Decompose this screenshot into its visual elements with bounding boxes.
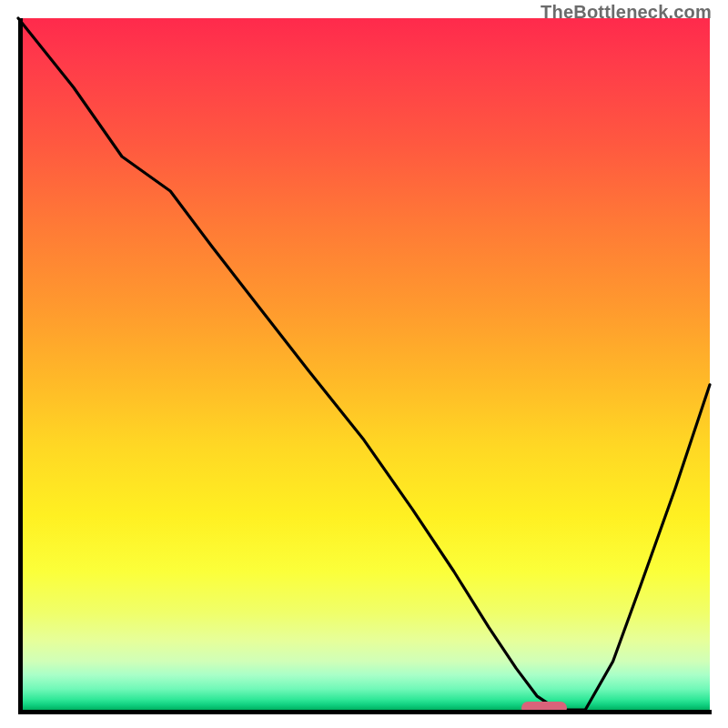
bottleneck-curve	[18, 18, 710, 710]
watermark-text: TheBottleneck.com	[541, 2, 712, 23]
chart-container: TheBottleneck.com	[0, 0, 728, 728]
y-axis	[18, 18, 23, 710]
x-axis	[18, 710, 712, 714]
